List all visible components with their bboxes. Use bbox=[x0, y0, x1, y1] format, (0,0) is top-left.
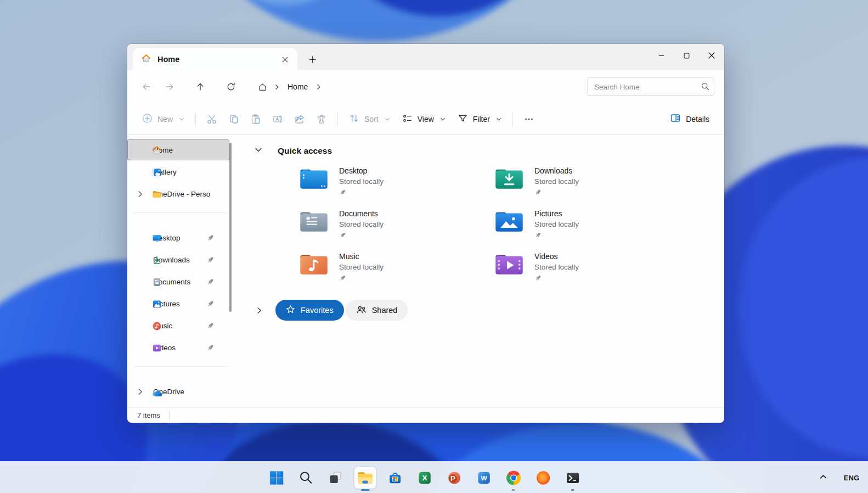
firefox-icon[interactable] bbox=[532, 467, 554, 489]
taskbar-tray: ENG bbox=[819, 462, 859, 493]
sidebar-item-videos[interactable]: Videos bbox=[127, 337, 229, 358]
active-indicator bbox=[361, 489, 370, 491]
svg-text:W: W bbox=[481, 474, 487, 482]
shared-pivot[interactable]: Shared bbox=[346, 300, 408, 321]
tab-close-icon[interactable] bbox=[278, 52, 292, 66]
store-icon[interactable] bbox=[384, 467, 406, 489]
sidebar: Home Gallery OneDrive - Perso bbox=[127, 135, 235, 407]
filter-icon bbox=[458, 113, 468, 125]
quick-access-header[interactable]: Quick access bbox=[253, 135, 724, 166]
tile-desktop[interactable]: Desktop Stored locally bbox=[299, 166, 494, 198]
paste-icon[interactable] bbox=[245, 109, 267, 130]
file-explorer-icon[interactable] bbox=[354, 467, 376, 489]
sidebar-item-home[interactable]: Home bbox=[127, 139, 229, 160]
search-input[interactable] bbox=[587, 77, 714, 96]
chevron-right-icon[interactable] bbox=[256, 307, 263, 314]
copy-icon[interactable] bbox=[223, 109, 245, 130]
rename-icon[interactable] bbox=[267, 109, 289, 130]
tile-status: Stored locally bbox=[534, 262, 579, 272]
breadcrumb-location[interactable]: Home bbox=[284, 80, 311, 93]
up-icon[interactable] bbox=[191, 77, 210, 96]
view-label: View bbox=[418, 115, 434, 124]
taskbar-icons: X P W bbox=[266, 462, 584, 493]
breadcrumb: Home bbox=[252, 76, 582, 97]
tray-chevron-up-icon[interactable] bbox=[819, 473, 827, 483]
breadcrumb-home-icon[interactable] bbox=[258, 82, 267, 92]
status-bar: 7 items bbox=[127, 407, 724, 423]
breadcrumb-chevron-icon[interactable] bbox=[315, 84, 322, 90]
downloads-icon bbox=[152, 255, 162, 265]
toolbar-separator bbox=[195, 112, 196, 126]
sidebar-item-gallery[interactable]: Gallery bbox=[127, 161, 229, 182]
music-folder-icon bbox=[299, 251, 329, 278]
new-label: New bbox=[157, 115, 173, 124]
chevron-down-icon[interactable] bbox=[255, 146, 262, 156]
filter-label: Filter bbox=[473, 115, 490, 124]
word-icon[interactable]: W bbox=[473, 467, 495, 489]
tab-home[interactable]: Home bbox=[133, 48, 297, 70]
sidebar-item-desktop[interactable]: Desktop bbox=[127, 227, 229, 248]
tile-pictures[interactable]: Pictures Stored locally bbox=[494, 209, 690, 241]
sidebar-item-downloads[interactable]: Downloads bbox=[127, 249, 229, 270]
search-icon[interactable] bbox=[701, 82, 709, 93]
language-indicator[interactable]: ENG bbox=[844, 474, 859, 482]
maximize-button[interactable] bbox=[674, 44, 699, 67]
sidebar-item-onedrive-personal[interactable]: OneDrive - Perso bbox=[127, 183, 229, 204]
chrome-icon[interactable] bbox=[503, 467, 525, 489]
new-button[interactable]: New bbox=[136, 109, 190, 130]
tile-documents[interactable]: Documents Stored locally bbox=[299, 209, 494, 241]
breadcrumb-chevron-icon[interactable] bbox=[274, 84, 280, 90]
item-count: 7 items bbox=[137, 411, 160, 419]
folder-icon bbox=[152, 189, 162, 199]
sidebar-scrollbar[interactable] bbox=[229, 143, 232, 312]
terminal-icon[interactable] bbox=[562, 467, 584, 489]
forward-icon[interactable] bbox=[160, 77, 179, 96]
plus-circle-icon bbox=[142, 113, 153, 125]
excel-icon[interactable]: X bbox=[414, 467, 436, 489]
task-view-icon[interactable] bbox=[325, 467, 347, 489]
minimize-button[interactable] bbox=[649, 44, 674, 67]
tile-name: Pictures bbox=[534, 209, 579, 219]
delete-icon[interactable] bbox=[311, 109, 332, 130]
chevron-down-icon bbox=[440, 115, 446, 124]
favorites-pivot[interactable]: Favorites bbox=[275, 300, 344, 321]
chevron-right-icon[interactable] bbox=[137, 190, 144, 200]
tile-downloads[interactable]: Downloads Stored locally bbox=[494, 166, 690, 198]
tile-name: Music bbox=[339, 251, 384, 262]
start-icon[interactable] bbox=[266, 467, 288, 489]
favorites-label: Favorites bbox=[301, 306, 334, 315]
view-button[interactable]: View bbox=[396, 109, 452, 130]
back-icon[interactable] bbox=[137, 77, 156, 96]
sidebar-item-pictures[interactable]: Pictures bbox=[127, 293, 229, 314]
pin-icon bbox=[206, 256, 215, 266]
main-pane: Quick access Desktop Stored locally bbox=[235, 135, 724, 407]
pin-icon bbox=[206, 234, 215, 244]
sidebar-item-onedrive[interactable]: OneDrive bbox=[127, 381, 229, 402]
close-button[interactable] bbox=[699, 44, 724, 67]
sidebar-item-music[interactable]: Music bbox=[127, 315, 229, 336]
search-icon[interactable] bbox=[295, 467, 317, 489]
shared-label: Shared bbox=[372, 306, 398, 315]
videos-icon bbox=[152, 343, 162, 353]
details-button[interactable]: Details bbox=[664, 109, 715, 130]
filter-button[interactable]: Filter bbox=[452, 109, 508, 130]
sidebar-divider bbox=[135, 212, 226, 213]
share-icon[interactable] bbox=[289, 109, 311, 130]
music-icon bbox=[152, 321, 162, 331]
chevron-right-icon[interactable] bbox=[137, 388, 144, 397]
sort-button[interactable]: Sort bbox=[343, 109, 396, 130]
command-bar: New bbox=[127, 103, 724, 135]
more-icon[interactable] bbox=[518, 109, 540, 130]
refresh-icon[interactable] bbox=[222, 77, 240, 96]
powerpoint-icon[interactable]: P bbox=[443, 467, 465, 489]
tile-videos[interactable]: Videos Stored locally bbox=[494, 251, 690, 284]
documents-icon bbox=[152, 277, 162, 287]
sidebar-item-documents[interactable]: Documents bbox=[127, 271, 229, 292]
pin-icon bbox=[534, 274, 579, 284]
desktop-folder-icon bbox=[299, 166, 329, 193]
toolbar-separator bbox=[337, 112, 338, 126]
new-tab-button[interactable] bbox=[304, 51, 320, 68]
svg-text:P: P bbox=[450, 474, 455, 483]
tile-music[interactable]: Music Stored locally bbox=[299, 251, 494, 284]
cut-icon[interactable] bbox=[201, 109, 223, 130]
